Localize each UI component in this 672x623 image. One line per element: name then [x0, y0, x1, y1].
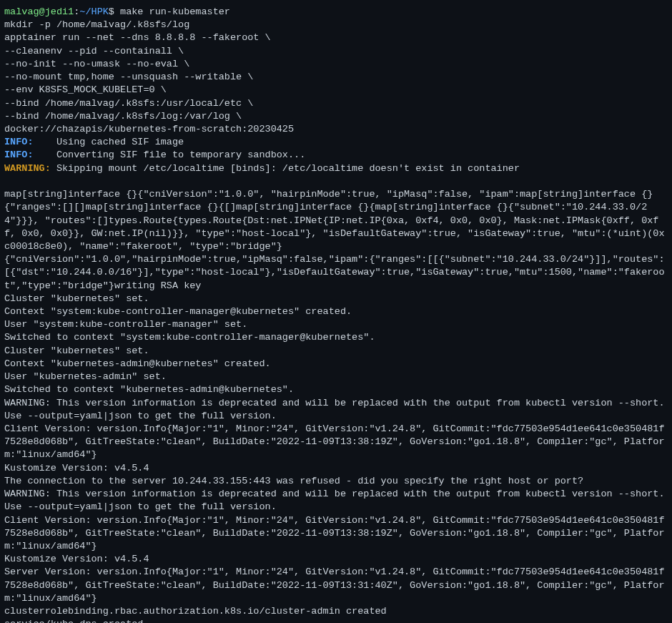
output-line: Cluster "kubernetes" set. — [4, 293, 149, 304]
output-line: --bind /home/malvag/.k8sfs/log:/var/log … — [4, 111, 242, 122]
output-line: Server Version: version.Info{Major:"1", … — [4, 566, 665, 603]
output-line: WARNING: This version information is dep… — [4, 398, 672, 421]
output-line: map[string]interface {}{"cniVersion":"1.… — [4, 189, 665, 252]
output-line: docker://chazapis/kubernetes-from-scratc… — [4, 124, 294, 134]
output-line: Client Version: version.Info{Major:"1", … — [4, 515, 665, 551]
output-line: --no-mount tmp,home --unsquash --writabl… — [4, 72, 253, 82]
terminal-output[interactable]: malvag@jedi1:~/HPK$ make run-kubemaster … — [4, 6, 668, 623]
output-line: --env K8SFS_MOCK_KUBELET=0 \ — [4, 84, 167, 95]
info-message: Using cached SIF image — [51, 137, 184, 147]
output-line: Kustomize Version: v4.5.4 — [4, 463, 149, 474]
command-text: make run-kubemaster — [120, 6, 230, 17]
output-line: Kustomize Version: v4.5.4 — [4, 554, 149, 564]
output-line: Cluster "kubernetes" set. — [4, 345, 149, 356]
output-line: Switched to context "system:kube-control… — [4, 332, 375, 343]
prompt-dollar: $ — [109, 6, 120, 17]
info-message: Converting SIF file to temporary sandbox… — [51, 149, 305, 160]
output-line: apptainer run --net --dns 8.8.8.8 --fake… — [4, 32, 271, 43]
prompt-path: ~/HPK — [79, 6, 109, 17]
warning-label: WARNING: — [4, 163, 51, 174]
info-label: INFO: — [4, 149, 51, 160]
warning-message: Skipping mount /etc/localtime [binds]: /… — [51, 163, 520, 174]
output-line: User "kubernetes-admin" set. — [4, 371, 167, 382]
info-label: INFO: — [4, 137, 51, 147]
output-line: Switched to context "kubernetes-admin@ku… — [4, 384, 294, 395]
output-line: mkdir -p /home/malvag/.k8sfs/log — [4, 19, 189, 30]
output-line: Client Version: version.Info{Major:"1", … — [4, 423, 665, 460]
output-line: --cleanenv --pid --containall \ — [4, 46, 184, 57]
output-line: --bind /home/malvag/.k8sfs:/usr/local/et… — [4, 98, 253, 109]
output-line: --no-init --no-umask --no-eval \ — [4, 59, 189, 69]
output-line: The connection to the server 10.244.33.1… — [4, 476, 583, 486]
output-line: service/kube-dns created — [4, 619, 143, 623]
output-line: WARNING: This version information is dep… — [4, 489, 672, 512]
output-line: {"cniVersion":"1.0.0","hairpinMode":true… — [4, 254, 665, 290]
output-line: Context "kubernetes-admin@kubernetes" cr… — [4, 358, 271, 369]
output-line: User "system:kube-controller-manager" se… — [4, 319, 247, 330]
output-line: clusterrolebinding.rbac.authorization.k8… — [4, 606, 387, 617]
output-line: Context "system:kube-controller-manager@… — [4, 306, 352, 317]
prompt-user: malvag@jedi1 — [4, 6, 74, 17]
